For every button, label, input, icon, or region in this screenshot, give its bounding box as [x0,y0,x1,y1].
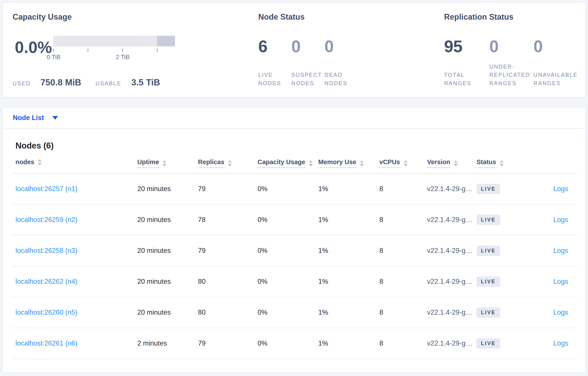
suspect-nodes-count: 0 [291,38,325,55]
under-replicated-ranges-count: 0 [489,38,534,55]
axis-tick-label: 0 TiB [47,54,61,61]
capacity-cell: 0% [258,247,268,254]
nodes-count-heading: Nodes (6) [15,141,585,150]
node-list-toolbar: Node List [3,107,585,129]
uptime-cell: 20 minutes [137,308,171,316]
capacity-cell: 0% [258,278,268,285]
replication-status-section: Replication Status 95 0 0 TOTAL RANGES U… [444,3,585,97]
column-header-replicas[interactable]: Replicas [198,158,232,168]
sort-icon [500,160,504,166]
dead-nodes-label: DEAD NODES [325,71,357,87]
table-row: localhost:26261 (n6) 2 minutes 79 0% 1% … [11,328,577,359]
capacity-bar: 0 TiB 2 TiB [53,36,175,46]
node-link[interactable]: localhost:26260 (n5) [15,308,77,316]
axis-tick [53,49,54,52]
node-link[interactable]: localhost:26258 (n3) [15,247,77,254]
nodes-table-header: nodes Uptime Replicas Capacity Usage Mem… [11,158,577,174]
chevron-down-icon [52,116,58,120]
column-header-status[interactable]: Status [477,158,504,168]
column-header-memory-use[interactable]: Memory Use [318,158,364,168]
sort-icon [404,160,408,166]
sort-icon [162,160,167,166]
node-status-labels: LIVE NODES SUSPECT NODES DEAD NODES [258,71,357,87]
replicas-cell: 80 [198,308,206,316]
uptime-cell: 20 minutes [137,216,171,224]
axis-tick [88,49,88,52]
logs-link[interactable]: Logs [553,339,568,347]
vcpus-cell: 8 [379,185,383,193]
logs-link[interactable]: Logs [553,216,568,224]
column-header-version[interactable]: Version [427,158,458,168]
capacity-cell: 0% [258,308,268,316]
replicas-cell: 79 [198,185,206,193]
table-row: localhost:26258 (n3) 20 minutes 79 0% 1%… [11,235,577,266]
column-header-capacity-usage[interactable]: Capacity Usage [258,158,313,168]
dead-nodes-count: 0 [325,38,357,55]
sort-icon [454,160,458,166]
capacity-cell: 0% [258,185,268,193]
memory-cell: 1% [318,247,328,254]
capacity-percent: 0.0% [15,39,51,56]
node-status-title: Node Status [258,12,304,22]
logs-link[interactable]: Logs [553,185,568,193]
axis-tick [157,49,158,52]
node-status-section: Node Status 6 0 0 LIVE NODES SUSPECT NOD… [258,3,413,97]
status-badge: LIVE [477,246,500,256]
node-link[interactable]: localhost:26262 (n4) [15,278,77,285]
vcpus-cell: 8 [379,339,383,347]
replication-status-title: Replication Status [444,12,513,22]
capacity-usage-section: Capacity Usage 0.0% 0 TiB 2 TiB USED 750… [13,3,202,97]
replicas-cell: 80 [198,278,206,285]
logs-link[interactable]: Logs [553,278,568,285]
unavailable-ranges-count: 0 [534,38,588,55]
uptime-cell: 2 minutes [137,339,167,347]
used-label: USED [13,80,31,87]
capacity-gauge: 0.0% 0 TiB 2 TiB [15,36,175,56]
total-ranges-label: TOTAL RANGES [444,71,489,87]
logs-link[interactable]: Logs [553,308,568,316]
column-header-vcpus[interactable]: vCPUs [379,158,408,168]
logs-link[interactable]: Logs [553,247,568,254]
table-row: localhost:26262 (n4) 20 minutes 80 0% 1%… [11,266,577,297]
uptime-cell: 20 minutes [137,185,171,193]
axis-tick-label: 2 TiB [116,54,130,61]
sort-icon [360,160,364,166]
node-link[interactable]: localhost:26257 (n1) [15,185,77,193]
node-link[interactable]: localhost:26259 (n2) [15,216,77,224]
usable-value: 3.5 TiB [131,77,160,87]
nodes-table: nodes Uptime Replicas Capacity Usage Mem… [11,158,577,359]
sort-icon [309,160,313,166]
vcpus-cell: 8 [379,278,383,285]
replicas-cell: 79 [198,247,206,254]
node-list-dropdown[interactable]: Node List [13,114,58,122]
version-cell: v22.1.4-29-g… [427,185,472,193]
live-nodes-count: 6 [258,38,291,55]
total-ranges-count: 95 [444,38,489,55]
memory-cell: 1% [318,308,328,316]
replicas-cell: 78 [198,216,206,224]
used-value: 750.8 MiB [40,77,81,87]
capacity-cell: 0% [258,216,268,224]
column-header-uptime[interactable]: Uptime [137,158,167,168]
table-row: localhost:26257 (n1) 20 minutes 79 0% 1%… [11,174,577,205]
unavailable-ranges-label: UNAVAILABLE RANGES [534,71,588,87]
vcpus-cell: 8 [379,247,383,254]
live-nodes-label: LIVE NODES [258,71,291,87]
capacity-usage-title: Capacity Usage [13,12,72,22]
status-badge: LIVE [477,307,500,318]
capacity-stats: USED 750.8 MiB USABLE 3.5 TiB [13,77,160,87]
uptime-cell: 20 minutes [137,247,171,254]
memory-cell: 1% [318,185,328,193]
version-cell: v22.1.4-29-g… [427,247,472,254]
version-cell: v22.1.4-29-g… [427,278,472,285]
vcpus-cell: 8 [379,308,383,316]
node-link[interactable]: localhost:26261 (n6) [15,339,77,347]
cluster-summary-card: Capacity Usage 0.0% 0 TiB 2 TiB USED 750… [2,2,586,97]
table-row: localhost:26260 (n5) 20 minutes 80 0% 1%… [11,297,577,328]
uptime-cell: 20 minutes [137,278,171,285]
status-badge: LIVE [477,276,500,287]
status-badge: LIVE [477,215,500,225]
capacity-cell: 0% [258,339,268,347]
node-status-values: 6 0 0 [258,38,357,55]
column-header-nodes[interactable]: nodes [15,158,42,166]
